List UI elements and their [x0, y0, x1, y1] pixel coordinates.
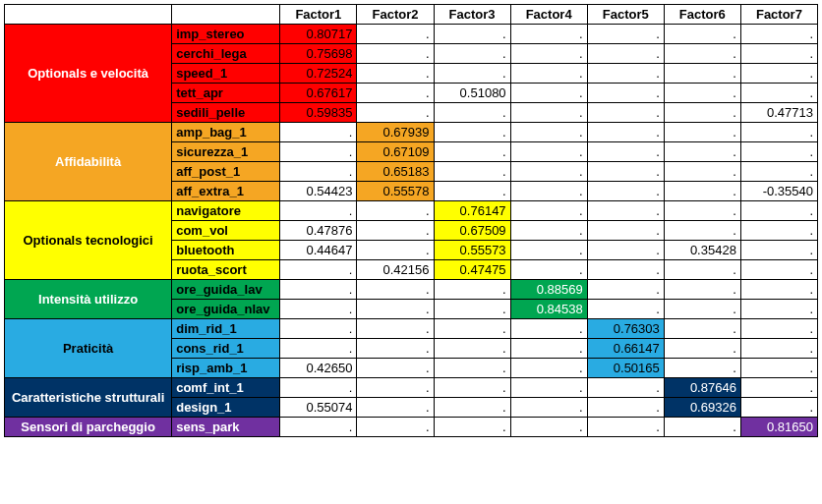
- value-cell: 0.42650: [280, 359, 357, 378]
- variable-label: cons_rid_1: [172, 339, 280, 359]
- header-factor6: Factor6: [664, 5, 740, 25]
- value-cell: .: [587, 201, 664, 221]
- value-cell: .: [587, 182, 664, 201]
- factor-loadings-table: Factor1 Factor2 Factor3 Factor4 Factor5 …: [4, 4, 818, 437]
- value-cell: .: [587, 418, 664, 437]
- value-cell: .: [740, 339, 817, 359]
- value-cell: .: [280, 123, 357, 142]
- value-cell: .: [740, 221, 817, 241]
- value-cell: 0.87646: [664, 378, 740, 398]
- value-cell: .: [587, 162, 664, 182]
- value-cell: 0.67109: [357, 142, 434, 162]
- table-row: Optionals tecnologicinavigatore..0.76147…: [5, 201, 818, 221]
- value-cell: .: [357, 339, 434, 359]
- value-cell: 0.59835: [280, 103, 357, 123]
- value-cell: .: [510, 418, 587, 437]
- category-label: Optionals tecnologici: [5, 201, 172, 280]
- value-cell: .: [357, 44, 434, 64]
- table-row: Optionals e velocitàimp_stereo0.80717...…: [5, 25, 818, 44]
- variable-label: ore_guida_lav: [172, 280, 280, 300]
- value-cell: .: [510, 221, 587, 241]
- value-cell: .: [357, 378, 434, 398]
- value-cell: .: [664, 123, 740, 142]
- variable-label: comf_int_1: [172, 378, 280, 398]
- value-cell: .: [510, 25, 587, 44]
- value-cell: .: [434, 300, 510, 319]
- value-cell: .: [740, 300, 817, 319]
- header-factor7: Factor7: [740, 5, 817, 25]
- value-cell: .: [510, 64, 587, 84]
- value-cell: 0.84538: [510, 300, 587, 319]
- variable-label: amp_bag_1: [172, 123, 280, 142]
- value-cell: .: [434, 280, 510, 300]
- variable-label: aff_extra_1: [172, 182, 280, 201]
- value-cell: 0.47475: [434, 260, 510, 280]
- value-cell: 0.67509: [434, 221, 510, 241]
- value-cell: .: [587, 398, 664, 418]
- value-cell: .: [664, 319, 740, 339]
- value-cell: .: [434, 64, 510, 84]
- header-blank-2: [172, 5, 280, 25]
- value-cell: .: [664, 25, 740, 44]
- value-cell: 0.51080: [434, 84, 510, 103]
- value-cell: 0.76303: [587, 319, 664, 339]
- value-cell: .: [510, 142, 587, 162]
- header-factor4: Factor4: [510, 5, 587, 25]
- value-cell: .: [510, 201, 587, 221]
- value-cell: .: [587, 378, 664, 398]
- value-cell: .: [740, 378, 817, 398]
- header-blank-1: [5, 5, 172, 25]
- value-cell: .: [740, 25, 817, 44]
- value-cell: .: [280, 418, 357, 437]
- value-cell: .: [664, 339, 740, 359]
- value-cell: .: [587, 280, 664, 300]
- value-cell: 0.65183: [357, 162, 434, 182]
- variable-label: tett_apr: [172, 84, 280, 103]
- variable-label: ruota_scort: [172, 260, 280, 280]
- value-cell: .: [434, 339, 510, 359]
- value-cell: .: [357, 103, 434, 123]
- value-cell: .: [740, 44, 817, 64]
- value-cell: .: [280, 142, 357, 162]
- value-cell: .: [510, 319, 587, 339]
- value-cell: .: [357, 300, 434, 319]
- table-row: Caratteristiche strutturalicomf_int_1...…: [5, 378, 818, 398]
- variable-label: sicurezza_1: [172, 142, 280, 162]
- value-cell: .: [434, 103, 510, 123]
- value-cell: 0.50165: [587, 359, 664, 378]
- value-cell: .: [280, 280, 357, 300]
- variable-label: cerchi_lega: [172, 44, 280, 64]
- value-cell: .: [664, 182, 740, 201]
- value-cell: 0.55573: [434, 241, 510, 260]
- value-cell: .: [434, 319, 510, 339]
- value-cell: .: [740, 142, 817, 162]
- category-label: Praticità: [5, 319, 172, 378]
- variable-label: com_vol: [172, 221, 280, 241]
- value-cell: .: [664, 162, 740, 182]
- table-header-row: Factor1 Factor2 Factor3 Factor4 Factor5 …: [5, 5, 818, 25]
- value-cell: .: [434, 182, 510, 201]
- category-label: Caratteristiche strutturali: [5, 378, 172, 418]
- value-cell: .: [510, 44, 587, 64]
- value-cell: 0.81650: [740, 418, 817, 437]
- value-cell: .: [740, 260, 817, 280]
- variable-label: sedili_pelle: [172, 103, 280, 123]
- variable-label: dim_rid_1: [172, 319, 280, 339]
- value-cell: 0.72524: [280, 64, 357, 84]
- value-cell: .: [510, 182, 587, 201]
- value-cell: .: [357, 64, 434, 84]
- value-cell: .: [664, 260, 740, 280]
- value-cell: .: [664, 418, 740, 437]
- value-cell: 0.55074: [280, 398, 357, 418]
- value-cell: .: [664, 280, 740, 300]
- variable-label: speed_1: [172, 64, 280, 84]
- value-cell: 0.54423: [280, 182, 357, 201]
- value-cell: .: [357, 84, 434, 103]
- variable-label: ore_guida_nlav: [172, 300, 280, 319]
- value-cell: .: [664, 44, 740, 64]
- value-cell: .: [510, 339, 587, 359]
- value-cell: .: [664, 359, 740, 378]
- value-cell: .: [587, 25, 664, 44]
- value-cell: .: [434, 142, 510, 162]
- value-cell: .: [434, 378, 510, 398]
